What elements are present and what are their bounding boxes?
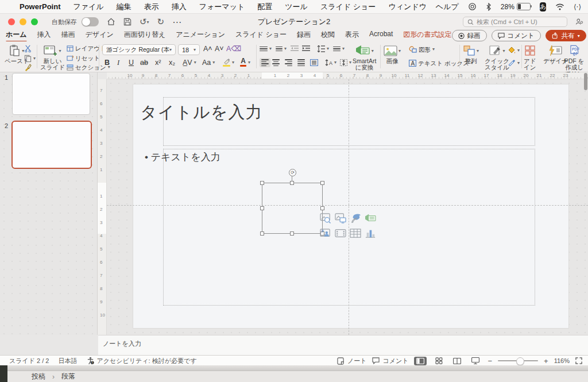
record-button[interactable]: 録画 — [452, 30, 487, 41]
superscript-button[interactable]: x² — [155, 59, 161, 66]
shape-fill-button[interactable]: ▾ — [508, 47, 520, 54]
menu-item-6[interactable]: ツール — [285, 2, 308, 12]
tab-1[interactable]: 挿入 — [37, 30, 51, 41]
vertical-scrollbar-thumb[interactable] — [584, 73, 587, 90]
copy-button[interactable]: ▾ — [24, 55, 36, 62]
font-color-button[interactable]: A▾ — [240, 58, 250, 67]
menu-item-0[interactable]: ファイル — [74, 2, 104, 12]
screen-mirroring-icon[interactable] — [468, 2, 477, 11]
font-size-select[interactable]: 18▾ — [178, 44, 200, 55]
breadcrumb-paragraph[interactable]: 段落 — [61, 372, 75, 381]
menu-item-app[interactable]: PowerPoint — [20, 2, 61, 11]
tab-0[interactable]: ホーム — [6, 30, 27, 41]
reset-button[interactable]: リセット — [67, 55, 100, 61]
zoom-out-button[interactable]: − — [488, 357, 492, 365]
section-button[interactable]: セクション▾ — [67, 64, 110, 71]
addins-button[interactable]: アドイン — [524, 43, 536, 71]
resize-handle-bottom-center[interactable] — [290, 231, 294, 236]
zoom-slider-knob[interactable] — [516, 357, 524, 365]
menu-item-3[interactable]: 挿入 — [172, 2, 187, 12]
title-placeholder-text[interactable]: タイトルを入力 — [140, 101, 262, 124]
language-indicator[interactable]: 日本語 — [59, 357, 78, 365]
insert-chart-icon[interactable] — [363, 226, 378, 241]
home-icon[interactable] — [107, 18, 115, 26]
tab-10[interactable]: Acrobat — [369, 30, 393, 41]
distribute-text-button[interactable] — [310, 59, 318, 66]
insert-video-icon[interactable] — [333, 226, 348, 241]
tab-9[interactable]: 表示 — [345, 30, 359, 41]
insert-smartart-icon[interactable] — [363, 211, 378, 226]
insert-table-icon[interactable] — [348, 226, 363, 241]
ime-input-badge[interactable]: あ — [540, 2, 546, 11]
columns-button[interactable]: ▾ — [333, 45, 345, 52]
undo-button[interactable]: ↺▾ — [140, 17, 149, 27]
rotation-handle[interactable]: ⟳ — [289, 169, 296, 176]
font-name-select[interactable]: 游ゴシック Regular (本文)▾ — [102, 44, 176, 55]
shrink-font-button[interactable]: A˅ — [215, 45, 224, 52]
justify-button[interactable] — [297, 59, 305, 66]
battery-indicator[interactable]: 28% — [501, 3, 531, 11]
format-painter-button[interactable] — [24, 64, 32, 71]
insert-picture-button[interactable]: ▾ 画像 — [384, 43, 401, 64]
insert-picture-from-device-icon[interactable] — [333, 211, 348, 226]
subscript-button[interactable]: x₂ — [169, 59, 175, 66]
align-right-button[interactable] — [285, 59, 292, 66]
menu-item-7[interactable]: スライド ショー — [320, 2, 376, 12]
selected-shape[interactable] — [262, 183, 323, 234]
tab-7[interactable]: 録画 — [297, 30, 311, 41]
bullets-button[interactable]: ▾ — [260, 45, 272, 52]
comments-toggle-button[interactable]: コメント — [372, 357, 408, 365]
bold-button[interactable]: B — [105, 59, 110, 66]
quick-styles-button[interactable]: ▾ クイックスタイル — [485, 43, 509, 71]
normal-view-button[interactable] — [414, 357, 427, 365]
increase-indent-button[interactable] — [302, 45, 310, 52]
share-button[interactable]: 共有▾ — [546, 30, 586, 41]
numbering-button[interactable]: ▾ — [274, 45, 287, 52]
menu-item-help[interactable]: ヘルプ — [436, 2, 459, 12]
menu-item-2[interactable]: 表示 — [144, 2, 159, 12]
menu-item-5[interactable]: 配置 — [257, 2, 272, 12]
slideshow-view-button[interactable] — [469, 357, 482, 365]
code-brackets-icon[interactable]: ⟨⋅⟩ — [574, 3, 581, 11]
tab-5[interactable]: アニメーション — [176, 30, 225, 41]
menu-item-1[interactable]: 編集 — [117, 2, 131, 12]
clear-formatting-button[interactable]: A⌫ — [226, 45, 241, 52]
arrange-button[interactable]: ▾ 整列 — [463, 43, 479, 64]
resize-handle-middle-left[interactable] — [260, 206, 264, 210]
close-window-button[interactable] — [8, 18, 15, 25]
presence-icon[interactable] — [575, 18, 583, 26]
resize-handle-bottom-left[interactable] — [260, 231, 264, 236]
strikethrough-button[interactable]: ab — [140, 59, 148, 66]
zoom-window-button[interactable] — [31, 18, 38, 25]
text-highlight-button[interactable]: ▾ — [223, 58, 234, 67]
breadcrumb-post[interactable]: 投稿 — [32, 372, 45, 381]
minimize-window-button[interactable] — [20, 18, 26, 25]
zoom-percent[interactable]: 116% — [554, 357, 570, 364]
line-spacing-button[interactable]: ▾ — [317, 45, 329, 52]
autosave-toggle[interactable] — [82, 17, 99, 26]
slide-sorter-view-button[interactable] — [432, 357, 445, 365]
character-spacing-button[interactable]: A̲V▾ — [183, 59, 196, 66]
bluetooth-icon[interactable] — [486, 3, 492, 11]
slide-thumbnail-2-selected[interactable] — [11, 121, 92, 169]
wifi-icon[interactable] — [555, 3, 564, 10]
body-placeholder-text[interactable]: • テキストを入力 — [145, 151, 220, 164]
italic-button[interactable]: I — [117, 59, 119, 66]
slide-thumbnail-1[interactable] — [12, 73, 90, 115]
menu-item-window[interactable]: ウィンドウ — [388, 2, 427, 12]
tab-shape-format[interactable]: 図形の書式設定 — [403, 30, 451, 41]
tab-4[interactable]: 画面切り替え — [124, 30, 166, 41]
tab-2[interactable]: 描画 — [61, 30, 75, 41]
convert-to-smartart-button[interactable]: ▾ SmartArtに変換 — [353, 43, 376, 71]
accessibility-status[interactable]: ! アクセシビリティ: 検討が必要です — [87, 357, 197, 365]
menu-item-4[interactable]: フォーマット — [199, 2, 245, 12]
cut-button[interactable] — [24, 45, 32, 52]
tab-6[interactable]: スライド ショー — [235, 30, 287, 41]
slide-counter[interactable]: スライド 2 / 2 — [9, 357, 49, 365]
insert-stock-people-icon[interactable]: P — [318, 226, 333, 241]
change-case-button[interactable]: Aa▾ — [202, 59, 215, 66]
resize-handle-top-left[interactable] — [260, 181, 264, 185]
insert-stock-image-icon[interactable] — [318, 211, 333, 226]
text-direction-button[interactable]: A▾ — [325, 59, 336, 66]
tab-3[interactable]: デザイン — [86, 30, 114, 41]
